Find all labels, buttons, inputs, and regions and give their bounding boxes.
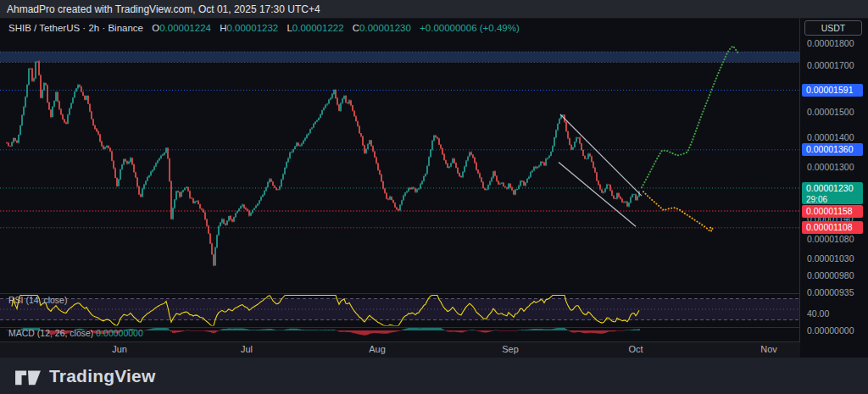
- symbol-name[interactable]: SHIB / TetherUS: [8, 23, 80, 33]
- candle-wicks-up: [12, 61, 639, 266]
- tradingview-logo-icon: [14, 364, 42, 388]
- chart-canvas[interactable]: [0, 0, 800, 358]
- scale-tick: 0.00000000: [807, 325, 854, 336]
- time-axis-month: Aug: [359, 344, 396, 354]
- time-axis-month: Jul: [228, 344, 265, 354]
- scale-tick: 0.00001030: [807, 252, 854, 264]
- channel-lower: [559, 163, 636, 227]
- time-axis-month: Oct: [617, 344, 654, 354]
- alert-price-label[interactable]: 0.00001360: [802, 143, 863, 156]
- tradingview-chart-window: AhmadPro created with TradingView.com, O…: [0, 0, 868, 394]
- close-label: C: [353, 23, 359, 33]
- close-value: 0.00001230: [359, 23, 411, 33]
- channel-upper: [560, 114, 642, 196]
- candle-bodies-down: [6, 62, 636, 266]
- interval[interactable]: 2h: [88, 23, 99, 33]
- change-value: +0.00000006 (+0.49%): [420, 23, 520, 33]
- alert-price-label[interactable]: 0.00001591: [802, 84, 863, 97]
- macd-indicator-label[interactable]: MACD (12, 26, close) 0.00000000: [8, 328, 143, 338]
- scale-tick: 0.00001080: [807, 233, 854, 245]
- candle-bodies-up: [11, 62, 639, 266]
- exchange-name: Binance: [108, 23, 143, 33]
- price-scale[interactable]: 0.000018000.000017000.000015000.00001400…: [800, 19, 868, 341]
- scale-tick: 0.00001500: [807, 106, 854, 118]
- rsi-indicator-label[interactable]: RSI (14, close): [8, 295, 67, 305]
- projection-path: [642, 47, 738, 188]
- scale-tick: 0.00000935: [807, 286, 854, 298]
- rsi-band: [0, 299, 799, 320]
- low-value: 0.00001222: [292, 23, 344, 33]
- macd-label-text: MACD (12, 26, close): [8, 328, 93, 338]
- alert-price-label[interactable]: 0.00001158: [802, 205, 863, 218]
- open-label: O: [152, 23, 159, 33]
- scale-tick: 0.00001700: [807, 59, 854, 71]
- supply-zone: [0, 52, 799, 62]
- scale-tick: 0.00000980: [807, 269, 854, 281]
- alert-price-label[interactable]: 0.00001108: [802, 221, 863, 234]
- scale-tick: 0.00001400: [807, 131, 854, 143]
- projection-path: [643, 191, 713, 231]
- scale-tick: 0.00001800: [807, 37, 854, 49]
- time-axis-month: Nov: [750, 344, 787, 354]
- open-value: 0.00001224: [159, 23, 211, 33]
- scale-tick: 40.00: [807, 308, 829, 319]
- current-price-label[interactable]: 0.0000123029:06: [802, 182, 863, 204]
- legend-separator: ·: [82, 23, 86, 33]
- bar-countdown: 29:06: [806, 195, 863, 204]
- time-axis-month: Jun: [101, 344, 138, 354]
- legend-separator: ·: [102, 23, 105, 33]
- footer-bar: TradingView: [0, 358, 868, 394]
- macd-value: 0.00000000: [96, 328, 142, 338]
- currency-toggle-button[interactable]: USDT: [804, 20, 862, 36]
- symbol-legend[interactable]: SHIB / TetherUS · 2h · Binance O0.000012…: [8, 23, 520, 33]
- time-axis-month: Sep: [492, 344, 529, 354]
- scale-tick: 0.00001300: [807, 161, 854, 173]
- time-axis[interactable]: JunJulAugSepOctNov: [0, 341, 800, 358]
- tradingview-brand-text: TradingView: [49, 366, 156, 386]
- high-value: 0.00001232: [226, 23, 278, 33]
